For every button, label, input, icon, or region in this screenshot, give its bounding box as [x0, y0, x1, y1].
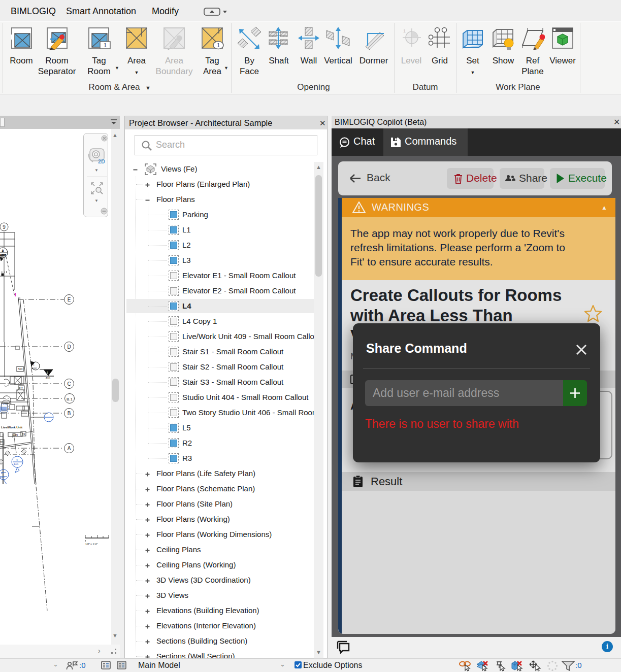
- svg-text:2: 2: [1, 472, 3, 475]
- svg-text:A: A: [68, 446, 71, 451]
- svg-text:Live/Work Unit: Live/Work Unit: [1, 426, 22, 429]
- svg-text:A307: A307: [0, 476, 5, 479]
- svg-text:1: 1: [33, 363, 35, 366]
- svg-text:E: E: [68, 297, 71, 303]
- svg-text:A307: A307: [0, 254, 6, 257]
- svg-text:2D: 2D: [98, 158, 105, 164]
- svg-text:A405: A405: [14, 463, 19, 465]
- svg-text:B: B: [68, 411, 71, 416]
- svg-text:A301: A301: [46, 377, 51, 379]
- svg-text:4: 4: [16, 458, 18, 461]
- svg-text:D: D: [67, 344, 71, 350]
- svg-text:A202: A202: [32, 367, 37, 369]
- svg-text:409: 409: [13, 433, 18, 436]
- svg-text:2: 2: [2, 249, 4, 252]
- svg-text:1: 1: [403, 28, 406, 33]
- svg-text:C: C: [67, 381, 71, 387]
- svg-text:9: 9: [3, 224, 6, 230]
- svg-text:1: 1: [217, 42, 220, 48]
- svg-text:K9: K9: [22, 432, 25, 435]
- svg-text:503: 503: [18, 367, 23, 371]
- svg-text:1/8" = 1'-0": 1/8" = 1'-0": [85, 543, 98, 546]
- svg-text:1: 1: [104, 42, 107, 48]
- svg-text:R.2: R.2: [19, 387, 23, 390]
- svg-text:1: 1: [47, 371, 48, 374]
- svg-text:wit: wit: [0, 440, 4, 443]
- svg-text:B.1: B.1: [67, 397, 73, 401]
